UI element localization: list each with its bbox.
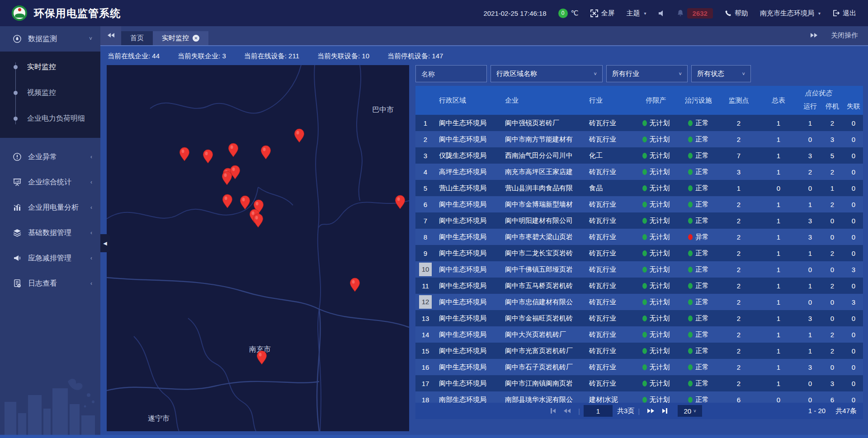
status-dot	[642, 348, 647, 354]
table-row[interactable]: 7阆中生态环境局阆中明阳建材有限公司砖瓦行业无计划正常21300	[415, 212, 863, 229]
cell-total-meter: 1	[758, 310, 799, 326]
datetime: 2021-02-25 17:46:18	[483, 9, 546, 17]
table-row[interactable]: 17阆中生态环境局阆中市江南镇阆南页岩砖瓦行业无计划正常21030	[415, 375, 863, 391]
cell-stopped: 5	[821, 147, 843, 164]
col-monitor-points: 监测点	[719, 86, 758, 115]
table-row[interactable]: 1阆中生态环境局阆中强锐页岩砖厂砖瓦行业无计划正常21120	[415, 115, 863, 131]
cell-stopped: 3	[821, 131, 843, 147]
table-row[interactable]: 3仪陇生态环境局西南油气田分公司川中化工无计划正常71350	[415, 147, 863, 164]
bell-icon	[677, 9, 684, 17]
cell-stop-production: 无计划	[634, 343, 678, 359]
cell-total-meter: 1	[758, 212, 799, 229]
sidebar-item-emergency-reduction[interactable]: 应急减排管理 ‹	[0, 245, 100, 271]
table-row[interactable]: 11阆中生态环境局阆中市五马桥页岩机砖砖瓦行业无计划正常21120	[415, 278, 863, 294]
first-page-button[interactable]	[551, 408, 556, 414]
status-dot	[688, 381, 693, 386]
tab-close-icon[interactable]: ✕	[193, 35, 199, 42]
status-dot	[688, 332, 693, 338]
notifications[interactable]: 2632	[677, 8, 713, 19]
chevron-down-icon: ˅	[679, 71, 682, 76]
sidebar-item-base-data[interactable]: 基础数据管理 ‹	[0, 220, 100, 245]
table-row[interactable]: 5营山生态环境局营山县润丰肉食品有限食品无计划正常10010	[415, 180, 863, 196]
bottom-edge-strip	[0, 435, 868, 438]
sidebar-collapse-handle[interactable]: ◀	[100, 234, 110, 252]
org-dropdown[interactable]: 南充市生态环境局▾	[760, 9, 821, 18]
cell-index: 2	[415, 131, 435, 147]
table-row[interactable]: 15阆中生态环境局阆中市光富页岩机砖厂砖瓦行业无计划正常21120	[415, 343, 863, 359]
table-row[interactable]: 4高坪生态环境局南充市高坪区王家店建砖瓦行业无计划正常31220	[415, 164, 863, 180]
mute-button[interactable]	[658, 10, 665, 17]
sidebar-item-realtime-monitoring[interactable]: 实时监控	[0, 54, 100, 80]
status-dot	[642, 283, 647, 289]
sidebar-item-power-analysis[interactable]: 企业用电量分析 ‹	[0, 195, 100, 220]
page-size-select[interactable]: 20˅	[678, 405, 702, 417]
cell-lost: 0	[843, 326, 863, 343]
cell-company: 阆中市江南镇阆南页岩	[501, 375, 585, 391]
fullscreen-button[interactable]: 全屏	[590, 9, 615, 18]
status-dot	[688, 267, 693, 273]
name-filter-input[interactable]	[415, 65, 487, 82]
cell-stop-production: 无计划	[634, 229, 678, 245]
tabs-scroll-left-button[interactable]	[100, 25, 121, 45]
cell-company: 阆中市南方节能建材有	[501, 131, 585, 147]
cell-running: 3	[799, 212, 821, 229]
region-filter-select[interactable]: 行政区域名称˅	[491, 65, 603, 82]
temperature-unit: ℃	[571, 9, 579, 17]
cell-monitor-points: 2	[719, 196, 758, 212]
table-row[interactable]: 9阆中生态环境局阆中市二龙长宝页岩砖砖瓦行业无计划正常21120	[415, 245, 863, 261]
tabs-scroll-right-button[interactable]	[811, 33, 817, 38]
sidebar-item-enterprise-abnormal[interactable]: 企业异常 ‹	[0, 144, 100, 170]
table-row[interactable]: 10阆中生态环境局阆中千佛镇五郎垭页岩砖瓦行业无计划正常21003	[415, 261, 863, 278]
sidebar-item-enterprise-statistics[interactable]: 企业综合统计 ‹	[0, 170, 100, 195]
sidebar-submenu: 实时监控 视频监控 企业电力负荷明细	[0, 52, 100, 138]
industry-filter-select[interactable]: 所有行业˅	[606, 65, 688, 82]
theme-dropdown[interactable]: 主题▾	[627, 9, 646, 18]
sidebar-skyline-decoration	[0, 370, 100, 438]
chevron-down-icon: ˅	[742, 71, 745, 76]
sidebar-item-data-monitoring[interactable]: 数据监测 ˅	[0, 26, 100, 52]
stat-online-devices: 当前在线设备: 211	[244, 52, 299, 61]
table-row[interactable]: 6阆中生态环境局阆中市金博瑞新型墙材砖瓦行业无计划正常21120	[415, 196, 863, 212]
chevron-left-icon: ‹	[90, 154, 92, 160]
temperature: 0 ℃	[558, 9, 579, 18]
double-chevron-left-icon	[108, 33, 114, 38]
cell-total-meter: 1	[758, 294, 799, 310]
cell-company: 阆中市二龙长宝页岩砖	[501, 245, 585, 261]
sidebar-item-video-monitoring[interactable]: 视频监控	[0, 80, 100, 106]
table-row[interactable]: 2阆中生态环境局阆中市南方节能建材有砖瓦行业无计划正常21030	[415, 131, 863, 147]
cell-monitor-points: 3	[719, 164, 758, 180]
prev-page-button[interactable]	[564, 409, 571, 413]
close-operations-dropdown[interactable]: 关闭操作	[831, 31, 858, 40]
col-group-point-status: 点位状态	[780, 89, 857, 98]
cell-region: 阆中生态环境局	[435, 212, 501, 229]
logout-button[interactable]: 退出	[832, 9, 856, 18]
table-row[interactable]: 8阆中生态环境局阆中市枣碧大梁山页岩砖瓦行业无计划异常21300	[415, 229, 863, 245]
cell-lost: 3	[843, 294, 863, 310]
table-row[interactable]: 14阆中生态环境局阆中大兴页岩机砖厂砖瓦行业无计划正常21120	[415, 326, 863, 343]
table-row[interactable]: 16阆中生态环境局阆中市石子页岩机砖厂砖瓦行业无计划正常21300	[415, 359, 863, 375]
next-page-button[interactable]	[647, 409, 654, 413]
cell-stop-production: 无计划	[634, 196, 678, 212]
cell-running: 2	[799, 164, 821, 180]
page-number-input[interactable]	[584, 405, 613, 417]
sidebar-item-power-load-detail[interactable]: 企业电力负荷明细	[0, 106, 100, 132]
map-panel[interactable]: 巴中市南充市遂宁市	[107, 65, 409, 431]
cell-total-meter: 1	[758, 359, 799, 375]
table-row[interactable]: 18南部生态环境局南部县珧华水泥有限公建材|水泥无计划正常60060	[415, 391, 863, 403]
cell-total-meter: 1	[758, 326, 799, 343]
status-dot	[642, 332, 647, 338]
status-filter-select[interactable]: 所有状态˅	[691, 65, 751, 82]
tab-home[interactable]: 首页	[121, 31, 153, 45]
last-page-button[interactable]	[662, 408, 667, 414]
sidebar-item-log-view[interactable]: 日志查看 ‹	[0, 271, 100, 296]
cell-index: 10	[415, 261, 435, 278]
cell-region: 南部生态环境局	[435, 391, 501, 403]
cell-industry: 砖瓦行业	[585, 115, 634, 131]
cell-industry: 砖瓦行业	[585, 131, 634, 147]
table-row[interactable]: 12阆中生态环境局阆中市忠信建材有限公砖瓦行业无计划正常21003	[415, 294, 863, 310]
cell-monitor-points: 2	[719, 326, 758, 343]
tab-realtime-monitoring[interactable]: 实时监控 ✕	[153, 31, 208, 45]
help-button[interactable]: 帮助	[725, 9, 748, 18]
cell-industry: 砖瓦行业	[585, 359, 634, 375]
table-row[interactable]: 13阆中生态环境局阆中市金福旺页岩机砖砖瓦行业无计划正常21300	[415, 310, 863, 326]
